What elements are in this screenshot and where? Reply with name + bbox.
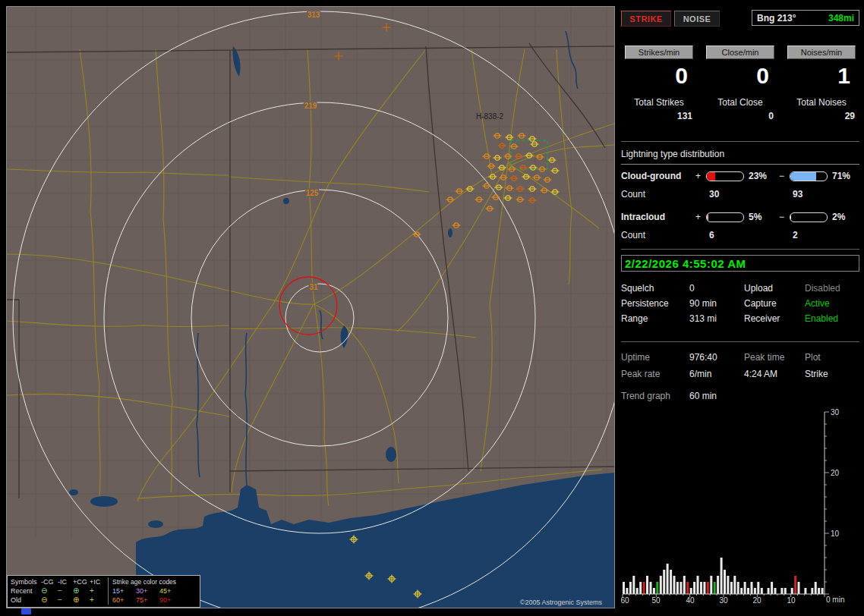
trend-bar xyxy=(794,576,796,594)
trend-bar xyxy=(707,582,709,594)
trend-y-ticks xyxy=(825,412,829,594)
age-code: 45+ xyxy=(159,587,181,595)
trend-bar xyxy=(683,576,686,594)
trend-bar xyxy=(629,582,632,594)
range-ring-label: 31 xyxy=(309,283,318,291)
trend-bar xyxy=(727,576,729,594)
legend-col-header: -CG xyxy=(41,578,58,586)
noises-per-min-button[interactable]: Noises/min xyxy=(787,46,856,59)
cg-positive-bar xyxy=(706,171,744,181)
persistence-label: Persistence xyxy=(621,296,689,311)
divider xyxy=(621,141,859,142)
capture-label: Capture xyxy=(744,296,805,311)
trend-bar xyxy=(740,588,743,594)
uptime-value: 976:40 xyxy=(689,349,744,366)
close-per-min-button[interactable]: Close/min xyxy=(706,46,774,59)
trend-graph-row: Trend graph 60 min xyxy=(621,388,859,404)
y-tick-label: 10 xyxy=(831,530,840,538)
count-label: Count xyxy=(621,230,695,240)
trend-bar xyxy=(791,588,793,594)
trend-bar xyxy=(643,582,645,594)
cloud-ground-count-row: Count 30 93 xyxy=(621,188,859,200)
trend-bar xyxy=(761,588,763,594)
x-tick-label: 60 xyxy=(621,596,629,605)
bearing-range: 348mi xyxy=(828,13,854,24)
plus-sign: + xyxy=(695,212,706,222)
peak-time-value: 4:24 AM xyxy=(744,366,805,382)
x-tick-label: 10 xyxy=(787,596,796,605)
receiver-status: Enabled xyxy=(805,311,859,326)
cg-negative-count: 93 xyxy=(790,189,829,200)
legend-col-header: +IC xyxy=(90,578,108,586)
range-label: Range xyxy=(621,311,689,326)
pos-cg-icon: ⊕ xyxy=(73,587,90,595)
noise-mode-button[interactable]: NOISE xyxy=(674,11,720,27)
trend-bar xyxy=(804,588,806,594)
strikes-per-min-button[interactable]: Strikes/min xyxy=(625,46,693,59)
distribution-title: Lightning type distribution xyxy=(621,149,724,159)
trend-bar xyxy=(818,588,820,594)
legend-col-header: -IC xyxy=(58,578,73,586)
trend-bar xyxy=(632,576,635,594)
close-per-min-value: 0 xyxy=(702,64,778,87)
origin-label: 0 min xyxy=(826,596,844,604)
trend-bar xyxy=(623,582,625,594)
divider xyxy=(621,249,859,250)
ic-negative-bar xyxy=(790,212,828,222)
capture-status: Active xyxy=(805,296,859,311)
y-tick-label: 30 xyxy=(831,408,840,416)
minus-sign: − xyxy=(779,212,790,222)
cg-positive-fill xyxy=(707,172,715,181)
map-canvas[interactable]: 313 219 125 31 H-838-2 xyxy=(7,7,614,608)
minus-sign: − xyxy=(779,171,790,181)
plot-label: Plot xyxy=(805,349,859,366)
legend-row-label: Old xyxy=(11,596,41,604)
trend-bar xyxy=(626,588,628,594)
trend-bar xyxy=(751,582,753,594)
trend-bar xyxy=(780,588,783,594)
trend-bar xyxy=(686,582,689,594)
peak-time-label: Peak time xyxy=(744,349,805,366)
trend-graph-value: 60 min xyxy=(689,388,744,404)
cg-negative-bar xyxy=(790,171,828,181)
trend-bars xyxy=(623,558,824,594)
x-tick-label: 50 xyxy=(651,596,661,605)
pos-ic-icon: + xyxy=(90,587,108,595)
divider xyxy=(621,164,859,165)
trend-graph: 30 20 10 0 min 60 50 40 30 20 10 xyxy=(621,408,861,611)
trend-bar xyxy=(663,570,665,594)
trend-bar xyxy=(653,588,655,594)
intracloud-row: Intracloud + 5% − 2% xyxy=(621,211,859,223)
trend-bar xyxy=(811,588,813,594)
trend-bar xyxy=(721,558,723,594)
persistence-value: 90 min xyxy=(689,296,744,311)
receiver-label: Receiver xyxy=(744,311,805,326)
intracloud-label: Intracloud xyxy=(621,212,695,222)
squelch-label: Squelch xyxy=(621,281,689,296)
trend-bar xyxy=(714,582,716,594)
trend-bar xyxy=(646,576,648,594)
pos-ic-icon: + xyxy=(90,596,108,604)
strike-mode-button[interactable]: STRIKE xyxy=(621,11,671,27)
map-legend: Symbols -CG -IC +CG +IC Strike age color… xyxy=(7,575,200,608)
close-per-min-column: Close/min 0 Total Close 0 xyxy=(702,46,778,121)
trend-bar xyxy=(815,582,817,594)
trend-bar xyxy=(636,588,639,594)
legend-age-header: Strike age color codes xyxy=(108,577,185,586)
lightning-map[interactable]: 313 219 125 31 H-838-2 Symbols -CG -IC +… xyxy=(6,6,615,608)
trend-bar xyxy=(703,582,705,594)
x-tick-label: 30 xyxy=(719,596,728,605)
trend-bar xyxy=(670,570,672,594)
trend-bar xyxy=(798,582,800,594)
range-ring-label: 219 xyxy=(304,102,317,110)
peak-rate-label: Peak rate xyxy=(621,366,689,382)
ic-negative-count: 2 xyxy=(790,230,829,240)
y-tick-label: 20 xyxy=(831,469,840,477)
trend-bar xyxy=(754,588,756,594)
trend-bar xyxy=(747,588,749,594)
cg-negative-fill xyxy=(790,172,816,181)
legend-row-label: Recent xyxy=(11,587,41,595)
trend-bar xyxy=(656,582,658,594)
uptime-label: Uptime xyxy=(621,349,689,366)
total-close-value: 0 xyxy=(702,111,778,121)
